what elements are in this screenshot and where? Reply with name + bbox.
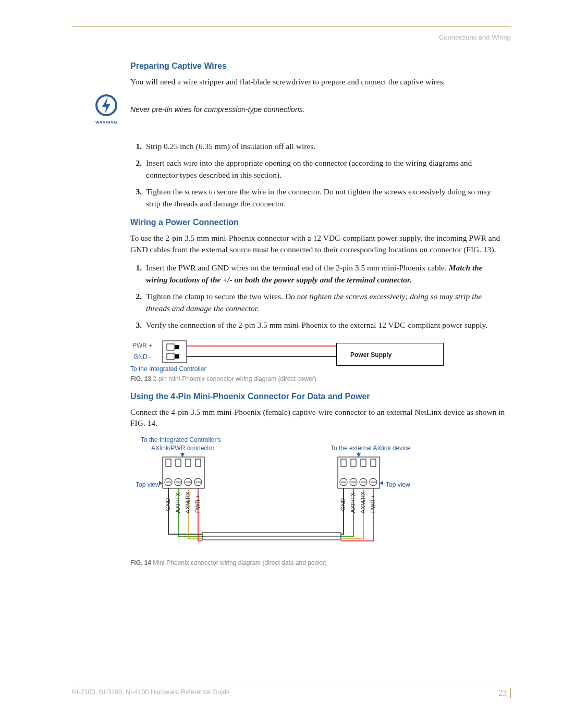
p-s3-intro: Connect the 4-pin 3.5 mm mini-Phoenix (f… <box>130 406 506 429</box>
fig13-caption: FIG. 13 2-pin mini-Phoenix connector wir… <box>130 375 506 382</box>
svg-rect-32 <box>361 459 366 466</box>
s2-step1-text: Insert the PWR and GND wires on the term… <box>146 263 449 272</box>
svg-rect-17 <box>166 459 171 466</box>
svg-rect-4 <box>167 353 174 360</box>
fig14-left-axptx: AXP/TX <box>175 492 181 513</box>
s1-step1: Strip 0.25 inch (6.35 mm) of insulation … <box>144 141 506 152</box>
heading-preparing-captive-wires: Preparing Captive Wires <box>130 61 506 71</box>
warning-icon: WARNING <box>93 94 120 125</box>
s2-steps: Insert the PWR and GND wires on the term… <box>130 262 506 331</box>
fig14-left-gnd: GND - <box>165 495 171 511</box>
fig14-left-pwr: PWR + <box>194 495 201 513</box>
fig14-right-axmrx: AXM/RX <box>360 491 366 513</box>
svg-marker-39 <box>159 481 163 485</box>
fig13-to-controller-label: To the Integrated Controller <box>130 365 206 373</box>
fig13-diagram: PWR + GND - To the Integrated Controller… <box>130 340 446 372</box>
fig14-diagram: To the Integrated Controller's AXlink/PW… <box>130 436 422 556</box>
svg-rect-19 <box>186 459 191 466</box>
s2-step3: Verify the connection of the 2-pin 3.5 m… <box>144 319 506 331</box>
fig13-caption-text: 2-pin mini-Phoenix connector wiring diag… <box>151 375 316 382</box>
fig14-left-axmrx: AXM/RX <box>185 491 191 513</box>
header-rule <box>72 26 511 27</box>
page-number: 23 <box>498 688 511 698</box>
fig14-caption-bold: FIG. 14 <box>130 559 151 566</box>
svg-rect-18 <box>176 459 181 466</box>
warning-label: WARNING <box>93 120 120 125</box>
svg-rect-1 <box>163 341 187 363</box>
warning-text: Never pre-tin wires for compression-type… <box>130 98 506 114</box>
s1-step3: Tighten the screws to secure the wire in… <box>144 186 506 209</box>
svg-marker-35 <box>180 453 185 457</box>
fig13-gnd-label: GND - <box>133 353 151 361</box>
p-s2-intro: To use the 2-pin 3.5 mm mini-Phoenix con… <box>130 232 506 255</box>
svg-rect-33 <box>371 459 376 466</box>
fig13-pwr-label: PWR + <box>132 342 152 349</box>
svg-rect-21 <box>338 457 380 488</box>
svg-rect-5 <box>175 354 179 359</box>
p-s1-intro: You will need a wire stripper and flat-b… <box>130 76 506 88</box>
svg-rect-20 <box>195 459 201 466</box>
s1-steps: Strip 0.25 inch (6.35 mm) of insulation … <box>130 141 506 209</box>
heading-wiring-power: Wiring a Power Connection <box>130 218 506 227</box>
svg-rect-3 <box>175 345 179 349</box>
fig13-caption-bold: FIG. 13 <box>130 375 151 382</box>
fig14-right-pwr: PWR + <box>370 495 376 513</box>
fig14-right-gnd: GND - <box>340 495 346 511</box>
svg-rect-2 <box>167 344 174 350</box>
svg-rect-30 <box>341 459 346 466</box>
s2-step2: Tighten the clamp to secure the two wire… <box>144 291 506 314</box>
fig14-right-axptx: AXP/TX <box>350 492 356 513</box>
svg-rect-31 <box>351 459 356 466</box>
heading-4pin: Using the 4-Pin Mini-Phoenix Connector F… <box>130 392 506 401</box>
fig14-caption-text: Mini-Phoenix connector wiring diagram (d… <box>151 559 327 566</box>
fig14-caption: FIG. 14 Mini-Phoenix connector wiring di… <box>130 559 506 566</box>
s2-step2-text: Tighten the clamp to secure the two wire… <box>146 292 285 301</box>
s1-step2: Insert each wire into the appropriate op… <box>144 157 506 181</box>
footer-guide-name: NI-2100, NI-3100, NI-4100 Hardware Refer… <box>72 688 230 698</box>
svg-marker-41 <box>380 481 383 485</box>
svg-rect-8 <box>163 457 204 488</box>
s2-step1: Insert the PWR and GND wires on the term… <box>144 262 506 286</box>
svg-marker-37 <box>357 453 361 457</box>
header-section: Connections and Wiring <box>439 33 511 41</box>
fig13-power-supply-text: Power Supply <box>350 351 391 359</box>
